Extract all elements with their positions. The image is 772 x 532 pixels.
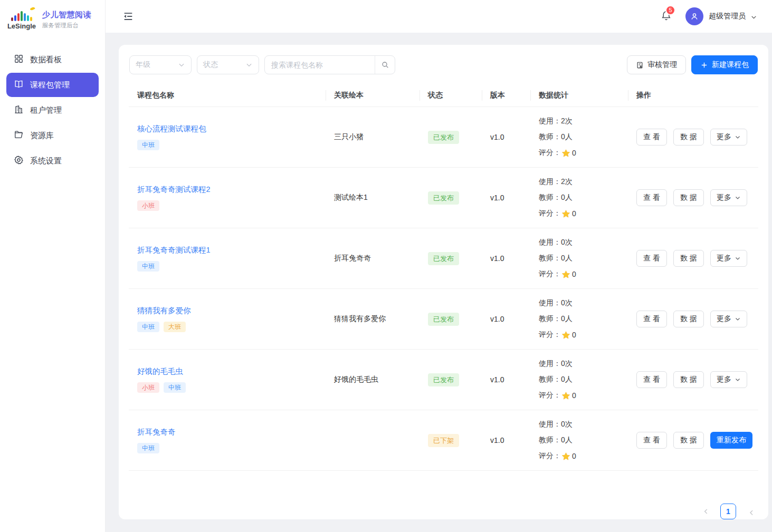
sidebar-item-tenants[interactable]: 租户管理 [6,98,99,122]
star-icon [561,149,570,158]
sidebar-item-label: 租户管理 [30,105,62,115]
grade-tag: 中班 [164,382,186,393]
grade-tag: 中班 [137,322,159,332]
search-input[interactable] [265,61,375,69]
view-button[interactable]: 查看 [636,432,667,449]
status-badge: 已发布 [428,191,459,205]
data-button[interactable]: 数据 [673,250,704,267]
grade-tag: 中班 [137,261,159,272]
notification-bell-icon[interactable]: 5 [661,10,672,23]
republish-button[interactable]: 重新发布 [710,432,752,449]
package-name-link[interactable]: 核心流程测试课程包 [137,124,206,134]
grade-tag: 大班 [164,322,186,332]
package-name-cell: 好饿的毛毛虫 小班中班 [129,366,326,393]
teacher-label: 教师： [539,375,561,384]
teacher-value: 0人 [561,436,573,445]
chevron-down-icon [735,195,741,201]
package-name-link[interactable]: 折耳兔奇奇测试课程2 [137,185,211,195]
view-button[interactable]: 查看 [636,189,667,206]
package-name-link[interactable]: 好饿的毛毛虫 [137,366,183,376]
actions-cell: 查看 数据 更多 重新发布 [628,432,758,449]
stats-cell: 使用：0次 教师：0人 评分： 0 [530,356,628,403]
avatar[interactable] [685,7,703,25]
data-button[interactable]: 数据 [673,189,704,206]
package-name-link[interactable]: 折耳兔奇奇 [137,427,176,437]
gear-icon [14,155,24,167]
more-button[interactable]: 更多 [710,311,747,327]
course-package-table: 课程包名称 关联绘本 状态 版本 数据统计 操作 核心流程测试课程包 中班 三只… [129,74,758,495]
course-package-card: 年级 状态 [119,45,768,519]
rating-value: 0 [572,149,576,157]
search-button[interactable] [375,56,395,74]
chevron-down-icon[interactable] [750,13,757,20]
lesingle-logo-icon: LeSingle [6,9,37,30]
actions-cell: 查看 数据 更多 重新发布 [628,189,758,206]
topbar: 5 超级管理员 [106,0,772,33]
related-book-cell: 测试绘本1 [326,193,420,202]
version-cell: v1.0 [482,133,530,141]
table-row: 折耳兔奇奇测试课程1 中班 折耳兔奇奇 已发布 v1.0 使用：0次 教师：0人… [129,228,758,289]
rating-value: 0 [572,270,576,278]
audit-management-button[interactable]: 审核管理 [627,55,686,74]
table-row: 折耳兔奇奇测试课程2 小班 测试绘本1 已发布 v1.0 使用：2次 教师：0人… [129,168,758,228]
main-area: 5 超级管理员 年级 [106,0,772,532]
view-button[interactable]: 查看 [636,250,667,267]
search-icon [381,61,389,69]
version-cell: v1.0 [482,315,530,323]
view-button[interactable]: 查看 [636,129,667,146]
teacher-value: 0人 [561,375,573,384]
stats-cell: 使用：2次 教师：0人 评分： 0 [530,174,628,221]
sidebar-item-resources[interactable]: 资源库 [6,123,99,148]
status-cell: 已发布 [420,252,482,265]
related-book-cell: 三只小猪 [326,132,420,142]
teacher-label: 教师： [539,314,561,324]
more-button[interactable]: 更多 [710,129,747,146]
more-button[interactable]: 更多 [710,250,747,267]
usage-label: 使用： [539,359,561,369]
package-name-link[interactable]: 猜猜我有多爱你 [137,306,191,316]
star-icon [561,209,570,218]
grade-select[interactable]: 年级 [129,55,192,74]
more-button[interactable]: 更多 [710,371,747,388]
sidebar-item-settings[interactable]: 系统设置 [6,149,99,173]
data-button[interactable]: 数据 [673,129,704,146]
data-button[interactable]: 数据 [673,311,704,327]
teacher-label: 教师： [539,193,561,202]
column-header-version: 版本 [482,90,530,101]
usage-label: 使用： [539,238,561,247]
plus-icon [700,61,708,69]
teacher-label: 教师： [539,254,561,263]
logo-text: LeSingle [6,22,37,30]
usage-label: 使用： [539,117,561,126]
view-button[interactable]: 查看 [636,311,667,327]
data-button[interactable]: 数据 [673,432,704,449]
package-name-cell: 折耳兔奇奇测试课程1 中班 [129,245,326,272]
create-course-package-button[interactable]: 新建课程包 [691,55,758,74]
search-box [264,55,395,74]
more-button[interactable]: 更多 [710,189,747,206]
data-button[interactable]: 数据 [673,371,704,388]
package-name-link[interactable]: 折耳兔奇奇测试课程1 [137,245,211,255]
previous-page-icon[interactable] [702,508,710,515]
rating-label: 评分： [539,209,561,218]
chevron-down-icon [735,255,741,262]
folder-icon [14,130,24,141]
package-name-cell: 猜猜我有多爱你 中班大班 [129,306,326,332]
sidebar-item-course-packages[interactable]: 课程包管理 [6,73,99,97]
status-select[interactable]: 状态 [197,55,259,74]
version-cell: v1.0 [482,194,530,202]
status-cell: 已发布 [420,191,482,205]
page-number[interactable]: 1 [720,504,736,519]
collapse-sidebar-icon[interactable] [122,11,134,22]
teacher-label: 教师： [539,132,561,142]
related-book-cell: 猜猜我有多爱你 [326,314,420,324]
star-icon [561,452,570,461]
view-button[interactable]: 查看 [636,371,667,388]
sidebar-item-dashboard[interactable]: 数据看板 [6,47,99,72]
open-book-icon [14,79,24,91]
notification-badge: 5 [665,5,675,15]
next-page-icon[interactable] [747,508,754,515]
rating-label: 评分： [539,391,561,400]
status-cell: 已下架 [420,434,482,447]
grade-tags: 中班 [137,261,326,272]
